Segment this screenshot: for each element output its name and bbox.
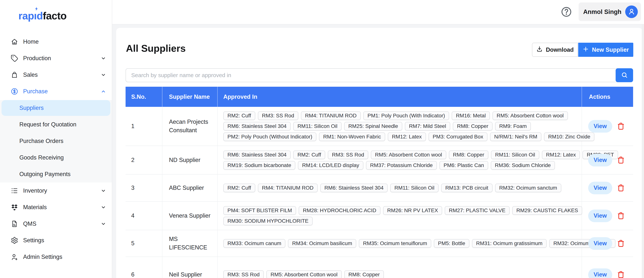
cell-supplier-name: Neil Supplier — [162, 257, 218, 278]
user-menu[interactable]: Anmol Singh — [578, 3, 641, 21]
approved-in-tags: RM3: SS RodRM5: Absorbent Cotton woolRM8… — [223, 266, 384, 278]
sidebar-subitem-request-for-quotation[interactable]: Request for Quotation — [0, 116, 112, 133]
sidebar-subitem-goods-receiving[interactable]: Goods Receiving — [0, 149, 112, 166]
table-body: 1Aecan Projects ConsultantRM2: CuffRM3: … — [126, 107, 633, 278]
material-tag: RM8: Copper — [449, 150, 488, 159]
cell-approved-in: RM33: Ocimum canumRM34: Ocimum basilicum… — [218, 230, 582, 256]
material-tag: RM13: PCB circuit — [441, 184, 492, 192]
topbar: Anmol Singh — [112, 0, 644, 25]
material-tag: RM3: SS Rod — [223, 270, 264, 278]
download-label: Download — [546, 47, 574, 53]
sidebar-subitem-label: Suppliers — [19, 105, 44, 111]
material-tag: RM5: Absorbent Cotton wool — [492, 111, 568, 120]
cell-supplier-name: ND Supplier — [162, 146, 218, 174]
tag-icon — [11, 55, 18, 62]
delete-button[interactable] — [617, 270, 625, 278]
cell-sno: 3 — [126, 175, 162, 201]
material-tag: RM31: Ocimum gratissimum — [472, 239, 547, 248]
material-tag: PM6: Plastic Can — [440, 161, 488, 170]
sidebar-subitem-outgoing-payments[interactable]: Outgoing Payments — [0, 166, 112, 182]
trash-icon — [617, 239, 625, 247]
view-button[interactable]: View — [588, 154, 612, 166]
sidebar-item-label: Materials — [23, 204, 100, 211]
delete-button[interactable] — [617, 156, 625, 164]
cell-supplier-name: ABC Supplier — [162, 175, 218, 201]
delete-button[interactable] — [617, 184, 625, 192]
header-actions: Download New Supplier — [532, 43, 633, 57]
material-tag: RM5: Absorbent Cotton wool — [371, 150, 446, 159]
sidebar-item-materials[interactable]: Materials — [0, 199, 112, 215]
sidebar-item-label: QMS — [23, 220, 100, 227]
material-tag: PM3: Corrugated Box — [428, 132, 488, 141]
material-tag: RM26: NR PV LATEX — [383, 206, 442, 215]
table-row: 6Neil SupplierRM3: SS RodRM5: Absorbent … — [126, 257, 633, 278]
tag-line: RM2: CuffRM4: TITANIUM RODRM6: Stainless… — [223, 184, 561, 192]
sidebar-item-production[interactable]: Production — [0, 50, 112, 67]
approved-in-tags: RM33: Ocimum canumRM34: Ocimum basilicum… — [223, 234, 616, 252]
sidebar-item-admin-settings[interactable]: Admin Settings — [0, 249, 112, 265]
sidebar-item-label: Production — [23, 55, 100, 62]
chevron-down-icon — [100, 188, 106, 193]
sidebar-item-label: Admin Settings — [23, 253, 106, 260]
tag-line: RM30: SODIUM HYPOCHLORITE — [223, 217, 582, 225]
material-tag: RM33: Ocimum canum — [223, 239, 285, 248]
view-button[interactable]: View — [588, 268, 612, 278]
material-tag: N/RM/1: Neil's RM — [490, 132, 541, 141]
sidebar-item-sales[interactable]: Sales — [0, 67, 112, 83]
table-row: 4Venera SupplierPM4: SOFT BLISTER FILMRM… — [126, 202, 633, 230]
sidebar-subitem-purchase-orders[interactable]: Purchase Orders — [0, 133, 112, 149]
delete-button[interactable] — [617, 239, 625, 247]
material-tag: RM6: Stainless Steel 304 — [223, 122, 290, 131]
material-tag: RM27: PLASTIC VALVE — [445, 206, 510, 215]
sidebar-item-purchase[interactable]: Purchase — [0, 83, 112, 100]
material-tag: RM4: TITANIUM ROD — [301, 111, 361, 120]
material-tag: PM4: SOFT BLISTER FILM — [223, 206, 296, 215]
material-tag: RM4: TITANIUM ROD — [258, 184, 318, 192]
material-tag: RM29: CAUSTIC FLAKES — [512, 206, 582, 215]
table-row: 5MS LIFESCIENCERM33: Ocimum canumRM34: O… — [126, 230, 633, 257]
tag-line: RM19: Sodium bicarbonateRM14: LCD/LED di… — [223, 161, 618, 170]
download-icon — [536, 46, 543, 54]
sidebar-item-label: Inventory — [23, 187, 100, 194]
sidebar-item-inventory[interactable]: Inventory — [0, 182, 112, 199]
delete-button[interactable] — [617, 212, 625, 220]
sidebar-subitem-label: Outgoing Payments — [19, 171, 70, 178]
material-tag: RM12: Latex — [388, 132, 426, 141]
purchase-submenu: SuppliersRequest for QuotationPurchase O… — [0, 100, 112, 182]
cell-sno: 6 — [126, 257, 162, 278]
home-icon — [11, 38, 18, 46]
vertical-scrollbar[interactable] — [642, 25, 644, 278]
download-button[interactable]: Download — [532, 43, 578, 57]
approved-in-tags: RM6: Stainless Steel 304RM2: CuffRM3: SS… — [223, 146, 618, 174]
suppliers-table: S.No.Supplier NameApproved InActions 1Ae… — [126, 87, 633, 278]
tag-line: PM2: Poly Pouch (Without Indicator)RM1: … — [223, 132, 594, 141]
view-button[interactable]: View — [588, 182, 612, 194]
column-header-supplier-name: Supplier Name — [162, 87, 218, 107]
plus-icon — [582, 46, 589, 54]
material-tag: PM5: Bottle — [434, 239, 469, 248]
material-tag: RM5: Absorbent Cotton wool — [266, 270, 342, 278]
card-header: All Suppliers Download New Supplier — [126, 28, 633, 68]
sidebar-item-qms[interactable]: QMS — [0, 215, 112, 232]
view-button[interactable]: View — [588, 120, 612, 133]
sidebar-item-home[interactable]: Home — [0, 34, 112, 50]
sidebar-item-label: Settings — [23, 237, 106, 244]
help-button[interactable] — [561, 6, 572, 18]
search-input[interactable] — [126, 68, 633, 82]
sidebar-subitem-suppliers[interactable]: Suppliers — [2, 100, 110, 116]
delete-button[interactable] — [617, 122, 625, 130]
tag-line: RM6: Stainless Steel 304RM11: Silicon Oi… — [223, 122, 594, 131]
cell-actions: View — [582, 175, 633, 201]
trash-icon — [617, 184, 625, 192]
app-logo[interactable]: rapıdfacto — [18, 10, 66, 22]
cell-approved-in: RM2: CuffRM3: SS RodRM4: TITANIUM RODPM1… — [218, 107, 582, 146]
cell-sno: 2 — [126, 146, 162, 174]
view-button[interactable]: View — [588, 209, 612, 222]
search-button[interactable] — [616, 68, 633, 82]
sidebar-item-settings[interactable]: Settings — [0, 232, 112, 249]
cell-approved-in: RM2: CuffRM4: TITANIUM RODRM6: Stainless… — [218, 175, 582, 201]
cell-approved-in: RM6: Stainless Steel 304RM2: CuffRM3: SS… — [218, 146, 582, 174]
material-tag: RM12: Latex — [542, 150, 580, 159]
new-supplier-button[interactable]: New Supplier — [578, 43, 633, 57]
view-button[interactable]: View — [588, 237, 612, 250]
